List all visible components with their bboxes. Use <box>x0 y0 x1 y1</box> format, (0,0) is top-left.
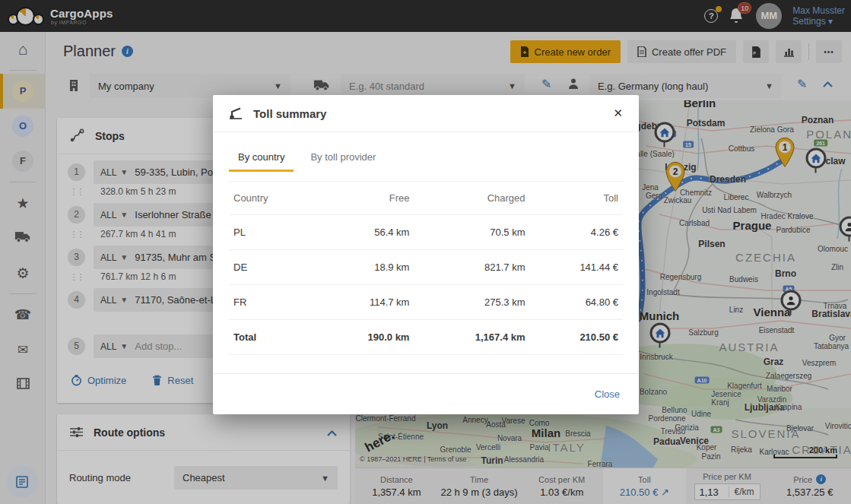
toll-cell: 18.9 km <box>315 250 414 285</box>
toll-total-cell: Total <box>229 320 315 355</box>
tab-by-toll-provider[interactable]: By toll provider <box>301 145 385 172</box>
toll-cell: DE <box>229 250 315 285</box>
toll-tabs: By country By toll provider <box>213 132 639 172</box>
toll-row: PL56.4 km70.5 km4.26 € <box>229 215 623 250</box>
toll-cell: 64.80 € <box>530 285 623 320</box>
toll-table: CountryFreeChargedToll PL56.4 km70.5 km4… <box>229 181 623 355</box>
toll-cell: 275.3 km <box>414 285 529 320</box>
toll-total-cell: 1,167.4 km <box>414 320 529 355</box>
toll-summary-modal: Toll summary ✕ By country By toll provid… <box>213 95 639 414</box>
modal-close-button[interactable]: Close <box>595 388 620 400</box>
toll-cell: 141.44 € <box>530 250 623 285</box>
close-icon[interactable]: ✕ <box>613 106 623 120</box>
toll-cell: 114.7 km <box>315 285 414 320</box>
toll-total-row: Total190.0 km1,167.4 km210.50 € <box>229 320 623 355</box>
toll-total-cell: 190.0 km <box>315 320 414 355</box>
toll-total-cell: 210.50 € <box>530 320 623 355</box>
toll-row: FR114.7 km275.3 km64.80 € <box>229 285 623 320</box>
toll-icon <box>229 107 243 119</box>
tab-by-country[interactable]: By country <box>229 145 294 172</box>
toll-cell: PL <box>229 215 315 250</box>
planner-page: CargoApps by IMPARGO ? 10 MM Max Musster… <box>0 0 851 504</box>
toll-col-header: Free <box>315 182 414 215</box>
modal-title: Toll summary <box>253 107 326 120</box>
toll-cell: 70.5 km <box>414 215 529 250</box>
toll-row: DE18.9 km821.7 km141.44 € <box>229 250 623 285</box>
toll-col-header: Toll <box>530 182 623 215</box>
toll-cell: 56.4 km <box>315 215 414 250</box>
toll-cell: 821.7 km <box>414 250 529 285</box>
toll-cell: 4.26 € <box>530 215 623 250</box>
toll-col-header: Charged <box>414 182 529 215</box>
toll-cell: FR <box>229 285 315 320</box>
toll-col-header: Country <box>229 182 315 215</box>
